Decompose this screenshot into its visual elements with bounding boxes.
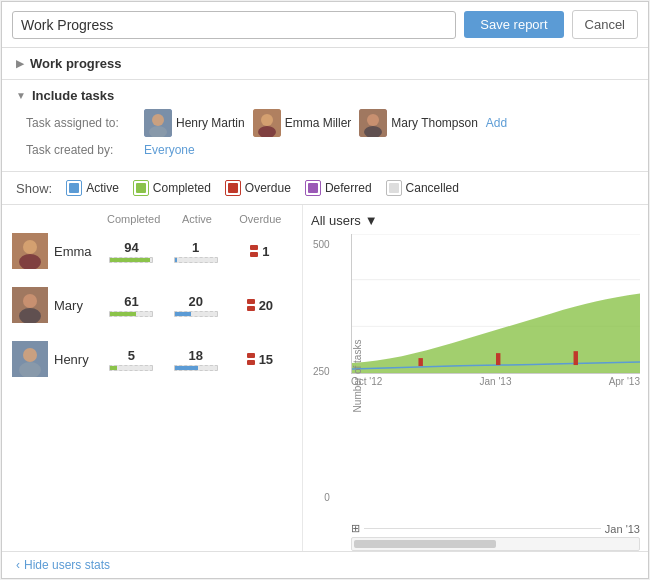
save-report-button[interactable]: Save report: [464, 11, 563, 38]
emma-overdue-cell: 1: [228, 244, 292, 259]
task-assigned-label: Task assigned to:: [26, 116, 136, 130]
mary-avatar: [359, 109, 387, 137]
add-user-link[interactable]: Add: [486, 116, 507, 130]
henry-completed-val: 5: [128, 348, 135, 363]
henry-stats-name: Henry: [54, 352, 99, 367]
chart-users-dropdown[interactable]: All users ▼: [311, 213, 378, 228]
user-emma-chip: Emma Miller: [253, 109, 352, 137]
filter-overdue-box: [225, 180, 241, 196]
y-axis-values: 500 250 0: [313, 239, 330, 503]
henry-overdue-cell: 15: [228, 352, 292, 367]
filter-active-label: Active: [86, 181, 119, 195]
chart-header: All users ▼: [311, 213, 640, 228]
filter-cancelled-label: Cancelled: [406, 181, 459, 195]
henry-stats-avatar: [12, 341, 48, 377]
svg-rect-24: [574, 351, 578, 365]
user-mary-chip: Mary Thompson: [359, 109, 477, 137]
y-axis-label: Number of tasks: [352, 340, 363, 413]
main-container: Save report Cancel ▶ Work progress ▼ Inc…: [1, 1, 649, 579]
svg-point-7: [367, 114, 379, 126]
include-tasks-label: Include tasks: [32, 88, 114, 103]
hide-stats-label: Hide users stats: [24, 558, 110, 572]
mary-completed-fill: [110, 312, 135, 316]
filter-deferred-label: Deferred: [325, 181, 372, 195]
henry-active-fill: [175, 366, 198, 370]
filter-deferred[interactable]: Deferred: [305, 180, 372, 196]
filter-cancelled-inner: [389, 183, 399, 193]
chart-panel: All users ▼ Number of tasks 500 250 0: [302, 205, 648, 551]
everyone-link[interactable]: Everyone: [144, 143, 195, 157]
emma-name: Emma Miller: [285, 116, 352, 130]
chart-wrapper: Number of tasks 500 250 0: [311, 234, 640, 551]
filter-deferred-box: [305, 180, 321, 196]
work-progress-label: Work progress: [30, 56, 122, 71]
stats-panel: Completed Active Overdue Emma 94: [2, 205, 302, 551]
user-henry-chip: Henry Martin: [144, 109, 245, 137]
emma-completed-fill: [110, 258, 150, 262]
chart-scrollbar[interactable]: [351, 537, 640, 551]
chart-scroll-info: ⊞ Jan '13: [351, 522, 640, 535]
henry-completed-bar: [109, 365, 153, 371]
include-tasks-header[interactable]: ▼ Include tasks: [16, 88, 634, 103]
filter-completed[interactable]: Completed: [133, 180, 211, 196]
emma-active-cell: 1: [164, 240, 228, 263]
chevron-down-icon: ▼: [16, 90, 26, 101]
emma-completed-bar: [109, 257, 153, 263]
scroll-thumb[interactable]: [354, 540, 496, 548]
task-created-row: Task created by: Everyone: [26, 143, 634, 157]
mary-stats-name: Mary: [54, 298, 99, 313]
emma-active-bar: [174, 257, 218, 263]
mary-active-fill: [175, 312, 192, 316]
henry-overdue-val: 15: [259, 352, 273, 367]
x-label-jan: Jan '13: [480, 376, 512, 387]
work-progress-header[interactable]: ▶ Work progress: [16, 56, 634, 71]
x-axis-labels: Oct '12 Jan '13 Apr '13: [351, 376, 640, 387]
filter-overdue[interactable]: Overdue: [225, 180, 291, 196]
mary-stats-avatar: [12, 287, 48, 323]
y-label-500: 500: [313, 239, 330, 250]
overdue-col-header: Overdue: [229, 213, 292, 225]
chevron-left-icon: ‹: [16, 558, 20, 572]
svg-point-10: [23, 240, 37, 254]
scroll-date-label: Jan '13: [605, 523, 640, 535]
y-label-0: 0: [324, 492, 330, 503]
henry-completed-fill: [110, 366, 116, 370]
mary-active-cell: 20: [164, 294, 228, 317]
show-filters-bar: Show: Active Completed Overdue Deferred: [2, 172, 648, 205]
report-title-input[interactable]: [12, 11, 456, 39]
filter-overdue-label: Overdue: [245, 181, 291, 195]
henry-active-cell: 18: [164, 348, 228, 371]
cancel-button[interactable]: Cancel: [572, 10, 638, 39]
svg-point-1: [152, 114, 164, 126]
henry-name: Henry Martin: [176, 116, 245, 130]
emma-overdue-val: 1: [262, 244, 269, 259]
chart-users-label: All users: [311, 213, 361, 228]
mary-completed-bar: [109, 311, 153, 317]
y-label-250: 250: [313, 366, 330, 377]
filter-completed-inner: [136, 183, 146, 193]
filter-cancelled-box: [386, 180, 402, 196]
filter-overdue-inner: [228, 183, 238, 193]
chart-dropdown-chevron: ▼: [365, 213, 378, 228]
filter-completed-box: [133, 180, 149, 196]
mary-overdue-cell: 20: [228, 298, 292, 313]
svg-point-13: [23, 294, 37, 308]
emma-active-fill: [175, 258, 177, 262]
filter-active[interactable]: Active: [66, 180, 119, 196]
filter-cancelled[interactable]: Cancelled: [386, 180, 459, 196]
henry-active-bar: [174, 365, 218, 371]
include-tasks-body: Task assigned to: Henry Martin: [16, 109, 634, 157]
footer-bar: ‹ Hide users stats: [2, 551, 648, 578]
chart-container: Number of tasks 500 250 0: [351, 234, 640, 518]
emma-active-val: 1: [192, 240, 199, 255]
hide-stats-link[interactable]: ‹ Hide users stats: [16, 558, 110, 572]
mary-completed-val: 61: [124, 294, 138, 309]
henry-completed-cell: 5: [99, 348, 163, 371]
stats-row-henry: Henry 5 18: [12, 337, 292, 381]
svg-point-16: [23, 348, 37, 362]
chevron-right-icon: ▶: [16, 58, 24, 69]
emma-completed-cell: 94: [99, 240, 163, 263]
filter-completed-label: Completed: [153, 181, 211, 195]
task-assigned-row: Task assigned to: Henry Martin: [26, 109, 634, 137]
task-created-label: Task created by:: [26, 143, 136, 157]
